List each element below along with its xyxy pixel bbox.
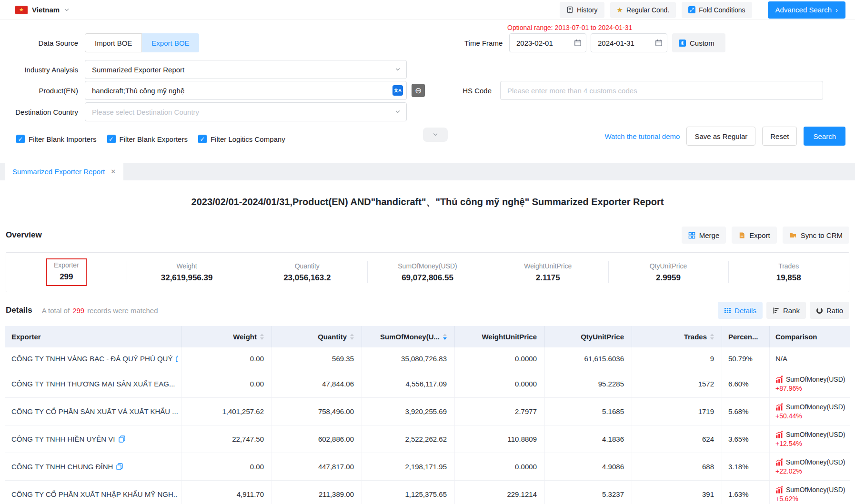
calendar-icon[interactable] [574,39,582,47]
exporter-name: CÔNG TY TNHH VÀNG BẠC - ĐÁ QUÝ PHÚ QUÝ [11,355,172,363]
exporter-name: CÔNG TY TNHH HIỀN UYÊN VI [11,435,115,443]
data-source-segmented-control: Import BOE Export BOE [85,33,199,52]
stat-weight-unit-price: WeightUnitPrice 2.1175 [488,253,608,292]
table-row: CÔNG TY TNHH CHUNG ĐỈNH 0.00 447,817.00 … [5,453,850,481]
checkbox-checked-icon: ✓ [198,135,207,143]
sort-icons[interactable] [350,334,354,340]
filter-blank-importers-checkbox[interactable]: ✓ Filter Blank Importers [16,135,97,143]
country-name: Vietnam [32,6,60,14]
country-selector[interactable]: ★ Vietnam [15,6,70,14]
save-as-regular-button[interactable]: Save as Regular [686,127,755,146]
sort-desc-icon [710,337,714,340]
copy-icon[interactable] [119,435,125,443]
col-header-exporter: Exporter [5,326,181,347]
copy-icon[interactable] [176,355,178,362]
chevron-down-icon [395,67,401,72]
data-source-label: Data Source [0,39,85,47]
col-header-quantity[interactable]: Quantity [272,326,362,347]
hs-code-input[interactable] [500,81,823,100]
col-header-weight-unit-price: WeightUnitPrice [454,326,544,347]
rank-bars-icon [773,307,780,314]
table-icon [724,307,731,314]
stat-qty-unit-price: QtyUnitPrice 2.9959 [608,253,729,292]
stat-sum-of-money: SumOfMoney(USD) 69,072,806.55 [367,253,488,292]
search-button[interactable]: Search [804,127,845,146]
industry-analysis-select[interactable]: Summarized Exporter Report [85,60,407,79]
export-document-icon [738,232,745,239]
overview-stats-card: Exporter 299 Weight 32,619,956.39 Quanti… [6,252,849,292]
sort-icons[interactable] [443,334,447,340]
ratio-donut-icon [816,307,823,314]
collapse-form-button[interactable] [423,128,448,142]
exporter-stat-highlight-box: Exporter 299 [46,258,87,286]
red-bar-chart-icon [775,376,783,383]
merge-button[interactable]: Merge [682,227,726,244]
col-header-trades[interactable]: Trades [632,326,722,347]
view-rank-button[interactable]: Rank [766,302,806,319]
stat-quantity: Quantity 23,056,163.2 [247,253,367,292]
exporter-name: CÔNG TY TNHH CHUNG ĐỈNH [11,463,113,471]
report-title: 2023/02/01-2024/01/31,Product(EN) AND"ha… [0,196,855,208]
folder-icon [789,232,797,239]
checkbox-checked-icon: ✓ [16,135,25,143]
col-header-comparison: Comparison [769,326,850,347]
view-details-button[interactable]: Details [718,302,763,319]
custom-range-button[interactable]: Custom [672,33,725,52]
chevron-right-icon: › [835,6,838,14]
close-icon[interactable]: ✕ [111,168,116,175]
import-boe-button[interactable]: Import BOE [85,33,142,52]
col-header-sum-of-money[interactable]: SumOfMoney(U... [362,326,454,347]
comparison-change: +22.02% [775,467,845,475]
product-en-input[interactable] [85,81,407,100]
records-matched-summary: A total of299records were matched [42,306,158,315]
sort-icons[interactable] [710,334,714,340]
table-row: CÔNG TY TNHH THƯƠNG MẠI SẢN XUẤT EAG... … [5,370,850,398]
sort-desc-icon [260,337,264,340]
stat-trades: Trades 19,858 [728,253,849,292]
history-button[interactable]: History [560,2,604,18]
filter-logitics-company-checkbox[interactable]: ✓ Filter Logitics Company [198,135,285,143]
export-boe-button[interactable]: Export BOE [142,33,199,52]
exclude-icon[interactable]: ⊖ [412,84,425,97]
sort-asc-icon [443,334,447,336]
col-header-percent: Percen... [722,326,769,347]
comparison-change: +5.62% [775,495,845,503]
checkbox-checked-icon: ✓ [107,135,116,143]
destination-country-label: Destination Country [0,108,85,116]
date-end-field[interactable] [591,33,667,52]
export-button[interactable]: Export [732,227,776,244]
copy-icon[interactable] [116,463,123,470]
destination-country-select[interactable]: Please select Destination Country [85,102,407,121]
sort-desc-icon [350,337,354,340]
vietnam-flag-icon: ★ [15,6,28,14]
stat-exporter: Exporter 299 [6,253,127,292]
translate-icon[interactable]: 文A [392,85,403,96]
sort-icons[interactable] [260,334,264,340]
industry-analysis-label: Industry Analysis [0,66,85,74]
regular-cond-button[interactable]: ★ Regular Cond. [610,2,676,18]
red-bar-chart-icon [775,403,783,411]
sort-asc-icon [260,334,264,336]
tab-strip: Summarized Exporter Report ✕ [0,163,855,180]
table-header-row: Exporter Weight Quantity SumOfMoney(U...… [5,326,850,347]
sync-to-crm-button[interactable]: Sync to CRM [783,227,849,244]
sort-asc-icon [350,334,354,336]
filter-blank-exporters-checkbox[interactable]: ✓ Filter Blank Exporters [107,135,188,143]
view-ratio-button[interactable]: Ratio [810,302,849,319]
advanced-search-button[interactable]: Advanced Search › [768,1,845,19]
exporter-name: CÔNG TY TNHH THƯƠNG MẠI SẢN XUẤT EAG... [11,380,175,388]
date-start-field[interactable] [509,33,586,52]
optional-range-text: Optional range: 2013-07-01 to 2024-01-31 [507,24,632,31]
tutorial-demo-link[interactable]: Watch the tutorial demo [605,132,680,140]
calendar-icon[interactable] [655,39,663,47]
col-header-weight[interactable]: Weight [181,326,272,347]
overview-heading: Overview [6,230,42,240]
tab-summarized-exporter-report[interactable]: Summarized Exporter Report ✕ [5,163,123,180]
search-form: Optional range: 2013-07-01 to 2024-01-31… [0,20,855,163]
chevron-down-icon [64,7,70,13]
reset-button[interactable]: Reset [762,127,797,146]
top-bar: ★ Vietnam History ★ Regular Cond. Fold C… [0,0,855,20]
fold-conditions-button[interactable]: Fold Conditions [682,2,752,18]
comparison-change: +87.96% [775,385,845,392]
exporter-name: CÔNG TY CỔ PHẦN SẢN XUẤT VÀ XUẤT KHẨU ..… [11,407,178,415]
